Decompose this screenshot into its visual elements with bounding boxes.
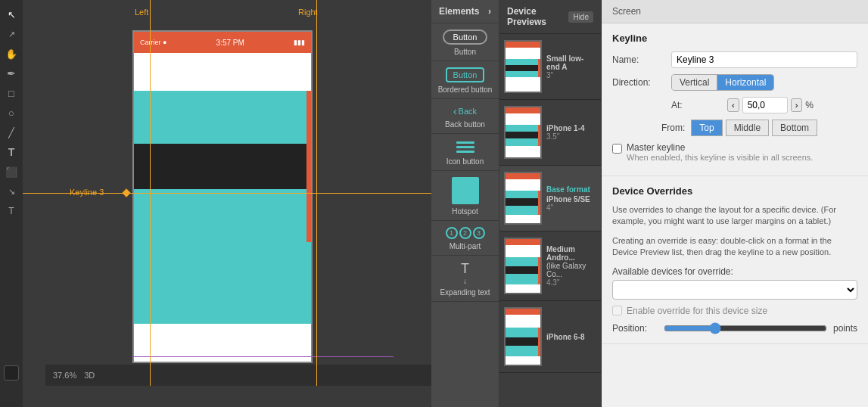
node-tool[interactable]: ↘ [3,183,20,200]
canvas-main[interactable]: Left Right Keyline 3 Carrier ● 3:57 PM ▮… [23,0,431,386]
pointer-tool[interactable]: ↖ [3,6,20,23]
element-item-hotspot[interactable]: Hotspot [431,171,499,221]
device-thumb-small [504,40,542,93]
device-overrides-desc2: Creating an override is easy: double-cli… [612,235,857,259]
iphone-frame: Carrier ● 3:57 PM ▮▮▮ [132,30,313,363]
element-item-button[interactable]: Button Bordered button [431,61,499,99]
direction-horizontal-btn[interactable]: Horizontal [717,75,773,90]
direction-vertical-btn[interactable]: Vertical [672,75,717,90]
available-devices-label: Available devices for override: [612,266,857,277]
position-slider[interactable] [664,322,827,334]
enable-override-row: Enable override for this device size [612,306,857,316]
device-item-iphone68[interactable]: iPhone 6-8 [499,301,601,373]
master-keyline-label: Master keyline [627,142,813,153]
multipart-preview: 1 2 3 [446,227,485,239]
master-keyline-desc: When enabled, this keyline is visible in… [627,153,813,162]
at-input[interactable] [742,97,788,113]
line-tool[interactable]: ╱ [3,124,20,141]
expanding-arrow-icon: ↓ [463,277,467,285]
element-label-icon: Icon button [446,157,484,166]
device-list: Small low-end A 3" iPhone 1-4 3.5" [499,34,601,407]
button-preview: Button [446,67,485,82]
mode-label: 3D [84,371,95,380]
iphone-content [134,53,311,362]
device-overrides-desc1: Use overrides to change the layout for a… [612,204,857,228]
name-label: Name: [612,54,665,65]
text2-tool[interactable]: T [3,203,20,219]
master-keyline-row: Master keyline When enabled, this keylin… [612,142,857,162]
element-item-multipart[interactable]: 1 2 3 Multi-part [431,221,499,256]
screen-header: Screen [602,0,868,23]
elements-panel: Elements › Button Button Button Bordered… [431,0,499,407]
device-info-android: Medium Andro... (like Galaxy Co... 4.3" [546,245,596,287]
pen-tool[interactable]: ✒ [3,65,20,82]
icon-lines-preview [456,140,474,154]
element-item-button-group[interactable]: Button Button [431,23,499,61]
device-name-android: Medium Andro... [546,245,596,262]
left-guide-label: Left [135,8,148,17]
device-overrides-section: Device Overrides Use overrides to change… [602,176,868,344]
element-label-back: Back button [445,120,485,129]
from-bottom-btn[interactable]: Bottom [772,120,817,136]
keyline-diamond[interactable] [122,188,130,197]
name-input[interactable] [671,51,857,68]
position-row: Position: points [612,322,857,334]
hand-tool[interactable]: ✋ [3,45,20,62]
text-tool[interactable]: T [3,144,20,160]
device-info-iphone14: iPhone 1-4 3.5" [546,124,596,141]
keyline-label: Keyline 3 [70,188,104,197]
device-thumb-android [504,238,542,294]
hotspot-preview [452,177,479,204]
from-middle-btn[interactable]: Middle [726,120,769,136]
master-keyline-checkbox[interactable] [612,144,622,154]
at-stepper-up[interactable]: › [791,98,803,112]
element-item-expanding[interactable]: T ↓ Expanding text [431,256,499,302]
device-size-iphone14: 3.5" [546,132,596,141]
device-select-dropdown[interactable] [612,280,857,300]
elements-header: Elements › [431,0,499,23]
iphone-status-bar: Carrier ● 3:57 PM ▮▮▮ [134,32,311,53]
device-item-android[interactable]: Medium Andro... (like Galaxy Co... 4.3" [499,231,601,301]
device-info-iphone5: Base format iPhone 5/SE 4" [546,185,596,212]
device-previews-title: Device Previews [507,6,568,27]
multipart-circle-3: 3 [473,227,485,239]
zoom-label: 37.6% [53,371,76,380]
at-row: At: ‹ › % [612,97,857,113]
iphone-white-bar [134,53,311,91]
device-thumb-iphone14 [504,106,542,159]
name-row: Name: [612,51,857,68]
device-thumb-iphone68 [504,307,542,366]
points-label: points [833,323,857,334]
back-button-preview: ‹ Back [453,105,477,117]
element-label-multipart: Multi-part [450,242,481,250]
direction-btn-group: Vertical Horizontal [671,74,774,91]
direction-row: Direction: Vertical Horizontal [612,74,857,91]
enable-override-checkbox[interactable] [612,306,622,315]
at-label: At: [671,100,724,110]
expanding-T-icon: T [461,262,469,275]
device-item-iphone14[interactable]: iPhone 1-4 3.5" [499,100,601,166]
position-label: Position: [612,323,658,334]
from-top-btn[interactable]: Top [691,120,722,136]
right-guide-label: Right [298,8,318,17]
device-previews-header: Device Previews Hide [499,0,601,34]
color-tool[interactable] [4,365,19,381]
rectangle-tool[interactable]: □ [3,85,20,101]
element-label-expanding: Expanding text [440,288,490,297]
at-stepper-down[interactable]: ‹ [727,98,739,112]
device-item-small[interactable]: Small low-end A 3" [499,34,601,100]
hide-button[interactable]: Hide [568,11,593,23]
from-label: From: [661,123,685,133]
button-group-preview: Button [443,30,488,45]
direct-select-tool[interactable]: ↗ [3,26,20,42]
iphone-black-bar [134,144,311,189]
element-item-back[interactable]: ‹ Back Back button [431,99,499,134]
device-size-small: 3" [546,71,596,79]
right-panel: Screen Keyline Name: Direction: Vertical… [602,0,868,407]
device-item-iphone5[interactable]: Base format iPhone 5/SE 4" [499,166,601,231]
hotspot-tool[interactable]: ⬛ [3,163,20,180]
keyline-section: Keyline Name: Direction: Vertical Horizo… [602,23,868,176]
ellipse-tool[interactable]: ○ [3,104,20,121]
element-item-icon[interactable]: Icon button [431,134,499,171]
from-row: From: Top Middle Bottom [612,120,857,136]
